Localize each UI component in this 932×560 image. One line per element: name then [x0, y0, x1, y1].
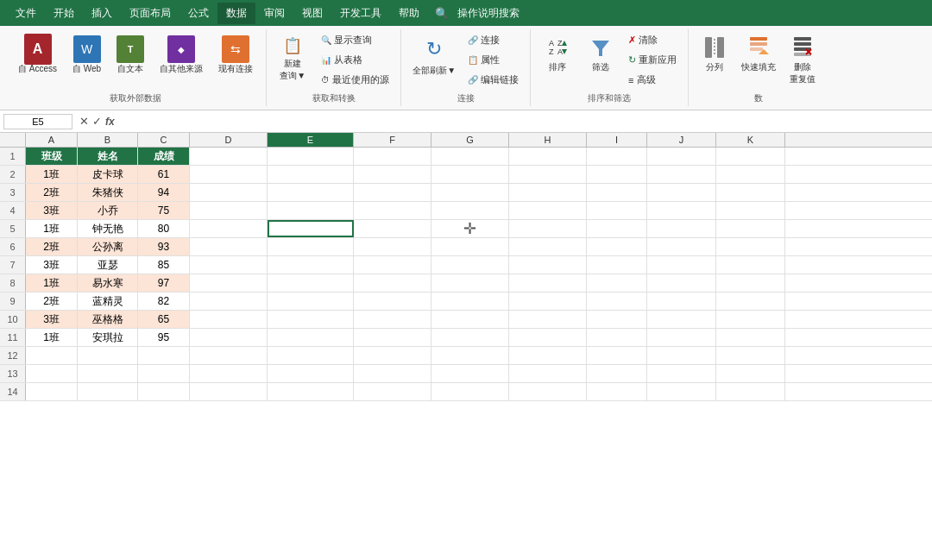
menu-view[interactable]: 视图	[293, 3, 331, 24]
cell-e9[interactable]	[268, 293, 354, 310]
flash-fill-button[interactable]: 快速填充	[737, 31, 780, 76]
cell-d6[interactable]	[190, 238, 268, 255]
cell-b14[interactable]	[78, 383, 138, 400]
cell-a4[interactable]: 3班	[26, 202, 78, 219]
cell-f9[interactable]	[354, 293, 431, 310]
cell-d1[interactable]	[190, 148, 268, 165]
menu-home[interactable]: 开始	[45, 3, 83, 24]
cell-k2[interactable]	[716, 166, 785, 183]
cell-k8[interactable]	[716, 274, 785, 292]
cell-d4[interactable]	[190, 202, 268, 219]
cell-b10[interactable]: 巫格格	[78, 311, 138, 328]
cell-g10[interactable]	[431, 311, 509, 328]
menu-pagelayout[interactable]: 页面布局	[121, 3, 179, 24]
menu-developer[interactable]: 开发工具	[331, 3, 390, 24]
cell-g14[interactable]	[431, 383, 509, 400]
cell-h5[interactable]	[509, 220, 587, 237]
cell-c10[interactable]: 65	[138, 311, 190, 328]
cancel-formula-icon[interactable]: ✕	[79, 115, 89, 128]
cell-e8[interactable]	[268, 274, 354, 292]
cell-d7[interactable]	[190, 256, 268, 274]
cell-e10[interactable]	[268, 311, 354, 328]
cell-k14[interactable]	[716, 383, 785, 400]
col-header-g[interactable]: G	[431, 133, 509, 147]
cell-d5[interactable]	[190, 220, 268, 237]
cell-f13[interactable]	[354, 365, 431, 382]
menu-file[interactable]: 文件	[7, 3, 45, 24]
cell-h10[interactable]	[509, 311, 587, 328]
cell-a1[interactable]: 班级	[26, 148, 78, 165]
cell-g12[interactable]	[431, 347, 509, 364]
cell-j10[interactable]	[647, 311, 716, 328]
cell-h1[interactable]	[509, 148, 587, 165]
cell-g3[interactable]	[431, 184, 509, 201]
cell-i5[interactable]	[587, 220, 647, 237]
cell-k4[interactable]	[716, 202, 785, 219]
cell-b7[interactable]: 亚瑟	[78, 256, 138, 274]
cell-ref-box[interactable]: E5	[3, 114, 72, 129]
cell-d14[interactable]	[190, 383, 268, 400]
cell-c3[interactable]: 94	[138, 184, 190, 201]
menu-search[interactable]: 操作说明搜索	[449, 3, 528, 24]
cell-f5[interactable]	[354, 220, 431, 237]
cell-h7[interactable]	[509, 256, 587, 274]
cell-g5[interactable]	[431, 220, 509, 237]
cell-f2[interactable]	[354, 166, 431, 183]
cell-c2[interactable]: 61	[138, 166, 190, 183]
cell-j3[interactable]	[647, 184, 716, 201]
web-button[interactable]: W 自 Web	[66, 31, 107, 79]
col-header-a[interactable]: A	[26, 133, 78, 147]
cell-a13[interactable]	[26, 365, 78, 382]
cell-b1[interactable]: 姓名	[78, 148, 138, 165]
cell-h8[interactable]	[509, 274, 587, 292]
cell-k10[interactable]	[716, 311, 785, 328]
cell-i7[interactable]	[587, 256, 647, 274]
cell-d11[interactable]	[190, 329, 268, 346]
cell-j7[interactable]	[647, 256, 716, 274]
cell-j11[interactable]	[647, 329, 716, 346]
col-header-i[interactable]: I	[587, 133, 647, 147]
access-button[interactable]: A 自 Access	[12, 31, 63, 79]
cell-d12[interactable]	[190, 347, 268, 364]
cell-d2[interactable]	[190, 166, 268, 183]
cell-e11[interactable]	[268, 329, 354, 346]
text-button[interactable]: T 自文本	[110, 31, 150, 79]
cell-i4[interactable]	[587, 202, 647, 219]
cell-a14[interactable]	[26, 383, 78, 400]
cell-k7[interactable]	[716, 256, 785, 274]
cell-b4[interactable]: 小乔	[78, 202, 138, 219]
cell-b13[interactable]	[78, 365, 138, 382]
cell-e13[interactable]	[268, 365, 354, 382]
cell-d13[interactable]	[190, 365, 268, 382]
cell-k6[interactable]	[716, 238, 785, 255]
cell-c1[interactable]: 成绩	[138, 148, 190, 165]
menu-formula[interactable]: 公式	[179, 3, 217, 24]
properties-button[interactable]: 📋 属性	[463, 51, 523, 69]
cell-c13[interactable]	[138, 365, 190, 382]
col-header-b[interactable]: B	[78, 133, 138, 147]
cell-j1[interactable]	[647, 148, 716, 165]
cell-h12[interactable]	[509, 347, 587, 364]
cell-a7[interactable]: 3班	[26, 256, 78, 274]
cell-e12[interactable]	[268, 347, 354, 364]
menu-help[interactable]: 帮助	[390, 3, 428, 24]
split-columns-button[interactable]: 分列	[696, 31, 734, 76]
cell-g8[interactable]	[431, 274, 509, 292]
new-query-button[interactable]: 📋 新建查询▼	[274, 31, 312, 85]
cell-a2[interactable]: 1班	[26, 166, 78, 183]
cell-h11[interactable]	[509, 329, 587, 346]
show-query-button[interactable]: 🔍 显示查询	[317, 31, 394, 49]
cell-e2[interactable]	[268, 166, 354, 183]
col-header-e[interactable]: E	[268, 133, 354, 147]
cell-c4[interactable]: 75	[138, 202, 190, 219]
cell-k9[interactable]	[716, 293, 785, 310]
existing-connections-button[interactable]: ⇆ 现有连接	[212, 31, 259, 79]
cell-c9[interactable]: 82	[138, 293, 190, 310]
cell-j5[interactable]	[647, 220, 716, 237]
cell-c14[interactable]	[138, 383, 190, 400]
cell-j13[interactable]	[647, 365, 716, 382]
cell-g9[interactable]	[431, 293, 509, 310]
menu-review[interactable]: 审阅	[255, 3, 293, 24]
cell-g4[interactable]	[431, 202, 509, 219]
cell-g13[interactable]	[431, 365, 509, 382]
